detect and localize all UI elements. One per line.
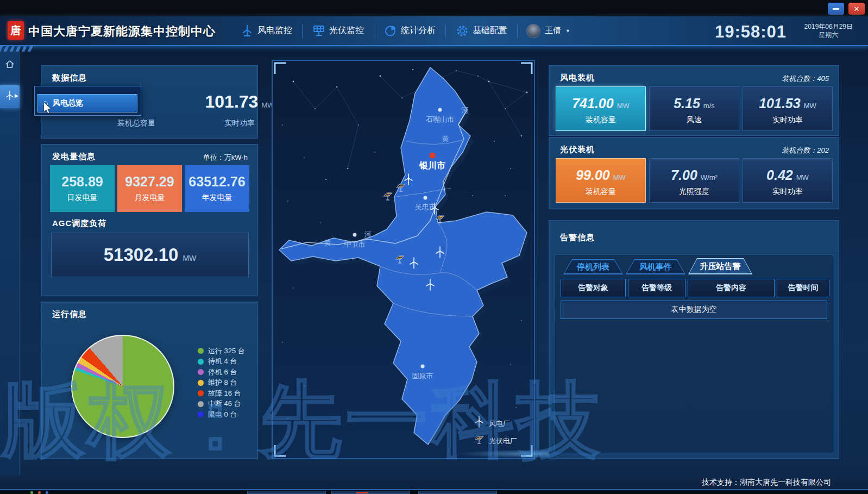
city-label-capital[interactable]: 银川市 [419,160,445,170]
city-dot[interactable] [438,108,442,112]
card-wind-speed: 5.15m/s 风速 [649,86,739,131]
city-label[interactable]: 吴忠市 [415,203,436,211]
card-wind-realtime-power: 101.53MW 实时功率 [743,86,833,131]
card-label: 装机容量 [556,187,645,197]
card-label: 实时功率 [743,187,832,197]
minimize-button[interactable] [828,3,844,15]
panel-alarm: 告警信息 停机列表 风机事件 升压站告警 告警对象 告警等级 告警内容 告警时间… [549,220,839,459]
taskbar-icon[interactable] [46,491,48,494]
empty-table-row: 表中数据为空 [561,301,827,319]
agc-title: AGC调度负荷 [52,218,106,229]
agc-unit: MW [183,254,196,262]
city-dot[interactable] [353,233,357,237]
menu-item-label: 风电总览 [53,98,83,108]
avatar [526,24,540,38]
column-header-object: 告警对象 [561,279,626,297]
taskbar-window[interactable] [331,491,410,494]
panel-operation: 运行信息 运行 325 台待机 4 台停机 6 台维护 8 台故障 16 台中断… [41,302,258,459]
city-label[interactable]: 石嘴山市 [426,115,454,123]
card-label: 装机容量 [556,115,645,125]
panel-title: 风电装机 [560,73,595,83]
unit-note: 单位：万kW·h [203,153,248,162]
nav-item-wind-monitor[interactable]: 风电监控 [231,16,302,45]
capital-dot[interactable] [430,153,436,159]
unit: MW [796,173,809,182]
tech-support-text: 技术支持：湖南大唐先一科技有限公司 [702,478,831,487]
card-value: 63512.76 [185,174,249,190]
ningxia-map: 黄 河 黄 河 石嘴山市 银川市 吴忠市 中卫市 [272,60,535,459]
page-title: 中国大唐宁夏新能源集中控制中心 [28,23,216,40]
os-taskbar[interactable] [0,489,868,494]
legend-label: 维护 8 台 [208,378,237,387]
tab-stop-list[interactable]: 停机列表 [563,259,623,274]
pie-legend-item: 运行 325 台 [198,346,245,357]
pie-legend-item: 停机 6 台 [198,367,245,378]
legend-pv-label: 光伏电厂 [489,437,517,445]
legend-dot [198,390,204,396]
unit: MW [617,102,630,110]
city-label[interactable]: 中卫市 [344,240,366,248]
operation-pie-chart [71,335,174,438]
left-sidebar: ▶ [0,46,20,476]
card-label: 光照强度 [650,187,739,197]
nav-item-pv-monitor[interactable]: 光伏监控 [303,16,374,45]
panel-pv-install: 光伏装机 装机台数：202 99.00MW 装机容量 7.00W/m² 光照强度… [549,137,839,209]
close-button[interactable]: ✕ [848,3,865,15]
unit: MW [804,102,816,110]
legend-dot [198,359,204,365]
weekday-line: 星期六 [804,31,853,39]
legend-dot [198,411,204,417]
card-value: 9327.29 [117,174,182,190]
legend-dot [198,369,204,375]
card-label: 风速 [650,115,739,125]
panel-generation: 发电量信息 单位：万kW·h 258.89 日发电量 9327.29 月发电量 … [41,144,258,296]
card-label: 日发电量 [50,193,115,203]
panel-title: 告警信息 [560,233,595,243]
sidebar-item-wind[interactable]: ▶ [0,85,20,108]
user-menu[interactable]: 王倩 ▼ [518,16,579,45]
nav-label: 风电监控 [257,25,292,36]
user-name: 王倩 [545,26,561,36]
column-header-level: 告警等级 [628,279,685,297]
city-label[interactable]: 固原市 [412,372,433,380]
tab-turbine-events[interactable]: 风机事件 [626,259,685,274]
clock-time: 19:58:01 [715,22,787,42]
app-logo: 唐 [8,21,24,40]
card-yearly-generation: 63512.76 年发电量 [185,165,249,212]
submenu-arrow-icon: ▶ [15,93,18,98]
sidebar-item-home[interactable] [0,54,20,77]
nav-item-statistics[interactable]: 统计分析 [374,16,445,45]
city-dot[interactable] [421,365,425,368]
tab-booster-alarm[interactable]: 升压站告警 [688,258,752,274]
app-header: 唐 中国大唐宁夏新能源集中控制中心 风电监控 光伏监控 [0,16,868,46]
pie-legend: 运行 325 台待机 4 台停机 6 台维护 8 台故障 16 台中断 46 台… [198,346,245,420]
card-label: 实时功率 [743,115,832,125]
card-irradiance: 7.00W/m² 光照强度 [649,158,739,203]
nav-item-base-config[interactable]: 基础配置 [446,16,517,45]
city-dot[interactable] [424,196,427,200]
taskbar-window[interactable] [418,491,497,494]
window-titlebar: ✕ [0,0,868,16]
legend-label: 待机 4 台 [208,357,237,366]
gear-icon [456,24,469,37]
card-wind-capacity: 741.00MW 装机容量 [556,86,646,131]
stat-label: 装机总容量 [87,118,185,128]
home-icon [4,59,15,72]
panel-title: 数据信息 [52,73,87,83]
taskbar-window[interactable] [247,491,326,494]
agc-value: 51302.10 [104,245,179,265]
card-daily-generation: 258.89 日发电量 [50,165,115,212]
pie-legend-item: 维护 8 台 [198,378,245,389]
nav-label: 光伏监控 [329,25,364,36]
legend-dot [198,380,204,386]
svg-text:河: 河 [462,106,469,114]
taskbar-icon[interactable] [38,491,41,494]
legend-wind-label: 风电厂 [489,420,510,428]
svg-text:黄: 黄 [442,135,449,143]
install-count: 装机台数：202 [782,146,829,155]
legend-dot [198,348,204,354]
taskbar-icon[interactable] [30,491,33,494]
nav-label: 基础配置 [473,25,507,36]
pie-legend-item: 故障 16 台 [198,388,245,399]
map-panel: 黄 河 黄 河 石嘴山市 银川市 吴忠市 中卫市 [272,60,535,459]
